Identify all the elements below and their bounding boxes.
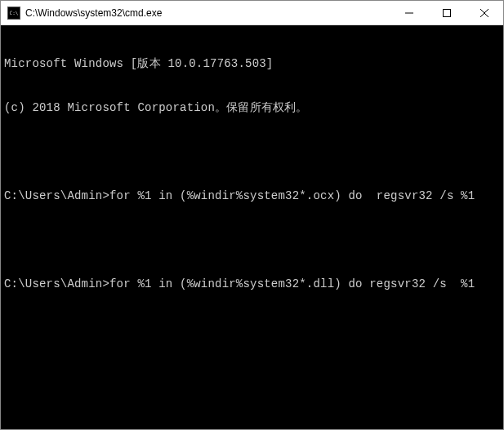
terminal-line [4, 233, 500, 247]
titlebar[interactable]: C:\ C:\Windows\system32\cmd.exe [1, 1, 503, 25]
window-title: C:\Windows\system32\cmd.exe [25, 7, 390, 19]
maximize-button[interactable] [428, 1, 466, 24]
minimize-button[interactable] [390, 1, 428, 24]
terminal-output[interactable]: Microsoft Windows [版本 10.0.17763.503] (c… [1, 25, 503, 429]
terminal-line: Microsoft Windows [版本 10.0.17763.503] [4, 56, 500, 71]
cmd-window: C:\ C:\Windows\system32\cmd.exe Microsof… [0, 0, 504, 430]
terminal-line [4, 144, 500, 159]
terminal-line: C:\Users\Admin>for %1 in (%windir%system… [4, 277, 500, 291]
svg-rect-1 [444, 9, 451, 16]
terminal-line: (c) 2018 Microsoft Corporation。保留所有权利。 [4, 100, 500, 115]
minimize-icon [405, 9, 413, 17]
maximize-icon [443, 9, 451, 17]
cmd-icon: C:\ [7, 7, 20, 20]
close-button[interactable] [466, 1, 503, 24]
close-icon [480, 9, 488, 17]
terminal-line: C:\Users\Admin>for %1 in (%windir%system… [4, 188, 500, 203]
window-controls [390, 1, 503, 24]
